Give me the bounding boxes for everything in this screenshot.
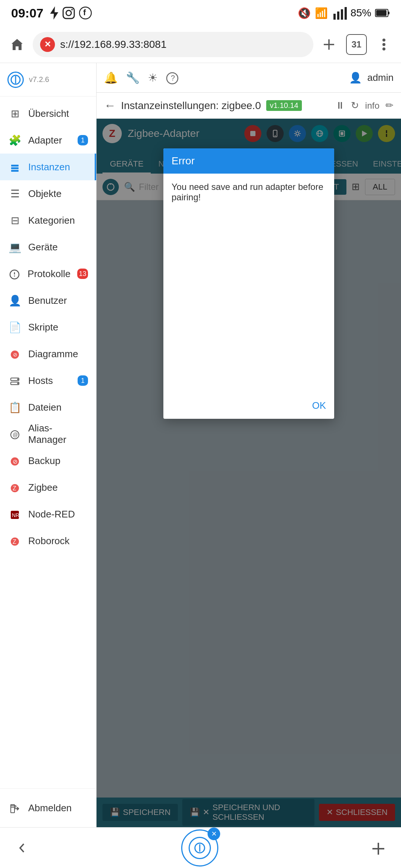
svg-rect-22 — [11, 165, 19, 167]
sidebar-logo: v7.2.6 — [0, 63, 96, 96]
toolbar-right: 👤 admin — [349, 72, 394, 84]
sidebar-item-alias-manager[interactable]: @ Alias-Manager — [0, 421, 96, 447]
address-bar[interactable]: ✕ s://192.168.99.33:8081 — [33, 32, 313, 57]
alias-icon: @ — [8, 428, 22, 440]
svg-text:Z: Z — [13, 485, 16, 491]
back-button[interactable]: ← — [104, 99, 116, 112]
svg-point-19 — [382, 47, 385, 50]
pause-icon[interactable]: ⏸ — [335, 100, 345, 111]
browser-back-button[interactable] — [15, 841, 29, 855]
svg-text:⊘: ⊘ — [13, 458, 17, 465]
facebook-icon: f — [79, 6, 92, 20]
roborock-icon: Z — [8, 535, 22, 547]
main-area: v7.2.6 ⊞ Übersicht 🧩 Adapter 1 Instanzen — [0, 63, 401, 827]
battery-icon — [375, 8, 390, 18]
info-label[interactable]: info — [365, 101, 379, 111]
sidebar-item-kategorien[interactable]: ⊟ Kategorien — [0, 207, 96, 234]
modal-overlay: Error You need save and run adapter befo… — [97, 119, 401, 827]
tab-count[interactable]: 31 — [346, 34, 367, 55]
sidebar-item-hosts[interactable]: Hosts 1 — [0, 367, 96, 394]
browser-actions: 31 — [318, 33, 395, 56]
modal-header: Error — [163, 148, 334, 174]
fab-close-icon[interactable]: ✕ — [208, 828, 220, 840]
sidebar-item-dateien[interactable]: 📋 Dateien — [0, 394, 96, 421]
sidebar-item-diagramme[interactable]: ⊘ Diagramme — [0, 341, 96, 367]
sidebar-item-roborock[interactable]: Z Roborock — [0, 527, 96, 554]
user-avatar-icon: 👤 — [349, 72, 362, 84]
browser-add-button[interactable] — [371, 839, 386, 856]
sidebar-bottom: Abmelden — [0, 788, 96, 827]
browser-bottom: ✕ — [0, 827, 401, 868]
breadcrumb-title: Instanzeinstellungen: zigbee.0 — [121, 100, 261, 112]
notification-icon[interactable]: 🔔 — [104, 71, 118, 84]
error-dialog: Error You need save and run adapter befo… — [163, 148, 334, 419]
sidebar-item-gerate[interactable]: 💻 Geräte — [0, 234, 96, 260]
zigbee-icon: Z — [8, 481, 22, 493]
home-button[interactable] — [6, 33, 28, 56]
mute-icon: 🔇 — [298, 6, 311, 20]
admin-label: admin — [367, 72, 394, 83]
status-icons-left: f — [50, 6, 92, 20]
grid-icon: ⊞ — [8, 108, 22, 120]
refresh-icon[interactable]: ↻ — [351, 100, 359, 111]
svg-rect-1 — [63, 7, 74, 19]
sidebar-item-backup[interactable]: ⊘ Backup — [0, 447, 96, 474]
hosts-badge: 1 — [78, 375, 88, 386]
sidebar-item-adapter[interactable]: 🧩 Adapter 1 — [0, 127, 96, 154]
svg-rect-24 — [11, 170, 19, 172]
sidebar-item-objekte[interactable]: ☰ Objekte — [0, 180, 96, 207]
svg-point-2 — [66, 10, 71, 16]
top-toolbar: 🔔 🔧 ☀ ? 👤 admin — [97, 63, 401, 93]
breadcrumb-bar: ← Instanzeinstellungen: zigbee.0 v1.10.1… — [97, 93, 401, 119]
stop-button[interactable]: ✕ — [40, 37, 55, 52]
logo-version: v7.2.6 — [29, 75, 49, 84]
backup-icon: ⊘ — [8, 455, 22, 467]
device-icon: 💻 — [8, 241, 22, 253]
sidebar-item-logout[interactable]: Abmelden — [0, 795, 96, 821]
svg-rect-13 — [388, 11, 389, 14]
browser-url: s://192.168.99.33:8081 — [60, 39, 306, 50]
svg-text:Z: Z — [13, 539, 16, 545]
svg-point-17 — [382, 39, 385, 42]
svg-marker-0 — [50, 6, 58, 20]
sidebar-item-nodered[interactable]: NR Node-RED — [0, 501, 96, 527]
edit-icon[interactable]: ✏ — [385, 100, 394, 111]
svg-text:@: @ — [13, 432, 18, 438]
menu-button[interactable] — [373, 33, 395, 56]
list-icon: ☰ — [8, 188, 22, 200]
wrench-icon[interactable]: 🔧 — [126, 71, 140, 84]
fab-button[interactable]: ✕ — [181, 829, 218, 867]
status-bar: 09:07 f 🔇 📶 85% — [0, 0, 401, 26]
stop-icon: ✕ — [44, 40, 51, 49]
sidebar-item-protokolle[interactable]: Protokolle 13 — [0, 260, 96, 287]
svg-text:🔇: 🔇 — [298, 7, 311, 19]
instagram-icon — [62, 6, 75, 20]
status-bar-left: 09:07 f — [11, 6, 92, 20]
sidebar-item-ubersicht[interactable]: ⊞ Übersicht — [0, 100, 96, 127]
new-tab-button[interactable] — [318, 33, 340, 56]
sidebar-item-benutzer[interactable]: 👤 Benutzer — [0, 287, 96, 314]
script-icon: 📄 — [8, 321, 22, 333]
sidebar-item-zigbee[interactable]: Z Zigbee — [0, 474, 96, 501]
adapter-container: Z Zigbee-Adapter — [97, 119, 401, 827]
logo-icon — [7, 72, 24, 88]
svg-rect-9 — [337, 11, 339, 20]
help-icon[interactable]: ? — [166, 71, 179, 84]
modal-title: Error — [172, 155, 195, 167]
version-badge: v1.10.14 — [266, 100, 302, 111]
svg-rect-14 — [376, 10, 387, 16]
toolbar-icons: 🔔 🔧 ☀ ? — [104, 71, 179, 84]
adapter-badge: 1 — [78, 135, 88, 145]
ok-button[interactable]: OK — [312, 400, 326, 411]
sidebar-item-skripte[interactable]: 📄 Skripte — [0, 314, 96, 341]
file-icon: 📋 — [8, 401, 22, 414]
sidebar-item-instanzen[interactable]: Instanzen — [0, 154, 96, 180]
nodered-icon: NR — [8, 508, 22, 520]
svg-text:⊘: ⊘ — [13, 352, 17, 358]
svg-point-27 — [14, 275, 15, 276]
status-time: 09:07 — [11, 6, 43, 20]
sun-icon[interactable]: ☀ — [148, 71, 158, 84]
puzzle-icon: 🧩 — [8, 134, 22, 147]
svg-text:f: f — [83, 8, 86, 17]
layers-icon — [8, 161, 22, 173]
